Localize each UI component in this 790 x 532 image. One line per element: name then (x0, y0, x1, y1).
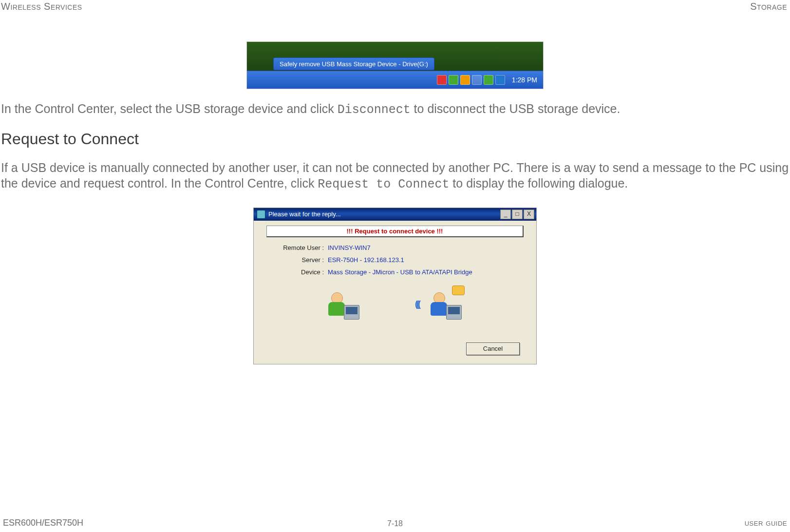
taskbar-clock: 1:28 PM (507, 76, 540, 84)
avatar-local-user-icon (329, 290, 358, 320)
dialog-titlebar: Please wait for the reply... _ □ X (254, 208, 536, 221)
section-heading-request-to-connect: Request to Connect (1, 130, 789, 148)
page-footer: ESR600H/ESR750H 7-18 user guide (0, 518, 790, 528)
paragraph-request-instruction: If a USB device is manually connected by… (1, 160, 789, 192)
page-header: Wireless Services Storage (0, 0, 790, 12)
label-device: Device : (266, 268, 328, 276)
dialog-banner: !!! Request to connect device !!! (266, 226, 524, 237)
avatar-remote-user-icon: ((( (432, 290, 461, 320)
figure-request-dialog: Please wait for the reply... _ □ X !!! R… (253, 208, 537, 364)
cancel-button[interactable]: Cancel (466, 342, 520, 355)
tray-icon (472, 75, 482, 85)
footer-page-number: 7-18 (387, 519, 403, 528)
dialog-info-rows: Remote User : INVINSY-WIN7 Server : ESR-… (266, 244, 524, 276)
label-server: Server : (266, 256, 328, 264)
row-device: Device : Mass Storage - JMicron - USB to… (266, 268, 524, 276)
tray-icon (484, 75, 493, 85)
tray-icon (495, 75, 505, 85)
row-server: Server : ESR-750H - 192.168.123.1 (266, 256, 524, 264)
footer-model: ESR600H/ESR750H (3, 518, 83, 528)
figure-safely-remove: Safely remove USB Mass Storage Device - … (246, 41, 544, 89)
value-remote-user: INVINSY-WIN7 (328, 244, 371, 251)
maximize-button[interactable]: □ (512, 209, 523, 219)
window-buttons: _ □ X (500, 209, 534, 219)
close-button[interactable]: X (524, 209, 534, 219)
speech-bubble-icon (452, 285, 465, 295)
value-server: ESR-750H - 192.168.123.1 (328, 256, 404, 264)
code-disconnect: Disconnect (338, 103, 411, 117)
value-device: Mass Storage - JMicron - USB to ATA/ATAP… (328, 268, 472, 276)
header-right: Storage (750, 1, 787, 12)
minimize-button[interactable]: _ (500, 209, 511, 219)
row-remote-user: Remote User : INVINSY-WIN7 (266, 244, 524, 251)
balloon-text: Safely remove USB Mass Storage Device - … (280, 60, 428, 68)
dialog-title-text: Please wait for the reply... (268, 210, 341, 218)
footer-guide-label: user guide (745, 518, 787, 528)
dialog-title-icon (257, 210, 265, 219)
safely-remove-balloon: Safely remove USB Mass Storage Device - … (273, 57, 434, 70)
tray-icon (460, 75, 470, 85)
tray-icon (449, 75, 458, 85)
tray-icon (437, 75, 447, 85)
label-remote-user: Remote User : (266, 244, 328, 251)
code-request-to-connect: Request to Connect (318, 177, 449, 191)
taskbar: 1:28 PM (247, 71, 543, 89)
dialog-avatars: ((( (293, 281, 497, 320)
header-left: Wireless Services (1, 1, 82, 12)
paragraph-disconnect-instruction: In the Control Center, select the USB st… (1, 101, 789, 117)
wireless-waves-icon: ((( (415, 299, 419, 309)
